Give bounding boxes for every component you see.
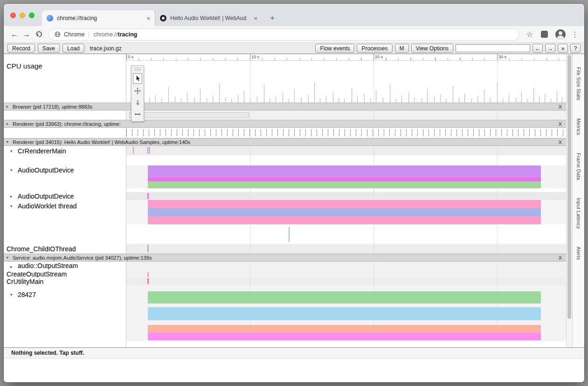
collapse-arrow[interactable]: ▾ [7, 255, 11, 260]
ruler-label-spacer [4, 54, 126, 61]
close-track-button[interactable]: X [559, 139, 562, 145]
tab-tracing[interactable]: chrome://tracing × [42, 10, 155, 26]
close-track-button[interactable]: X [559, 121, 562, 127]
tab-frame-data[interactable]: Frame Data [576, 153, 581, 180]
view-options-button[interactable]: View Options [411, 44, 453, 53]
navigation-bar: ← → Chrome chrome://tracing ☆ ⋮ [4, 26, 584, 43]
zoom-window-button[interactable] [29, 13, 35, 18]
tab-input-latency[interactable]: Input Latency [576, 198, 581, 229]
flow-events-button[interactable]: Flow events [315, 44, 354, 53]
find-previous-button[interactable]: ← [533, 44, 543, 53]
vertical-scrollbar[interactable] [566, 54, 572, 347]
navbar-right-icons: ☆ ⋮ [524, 29, 580, 40]
omnibox-divider [89, 31, 89, 38]
close-window-button[interactable] [10, 13, 16, 18]
tab-favicon-tracing [47, 15, 53, 21]
tab-close-icon[interactable]: × [254, 15, 257, 22]
timing-tool-button[interactable] [133, 110, 142, 118]
menu-icon[interactable]: ⋮ [570, 30, 580, 39]
find-next-button[interactable]: → [545, 44, 555, 53]
collapse-arrow[interactable]: ▾ [10, 149, 16, 153]
search-input[interactable] [456, 44, 530, 52]
forward-button[interactable]: → [21, 28, 33, 41]
expand-arrow[interactable]: ▸ [10, 263, 16, 270]
thread-track-28427[interactable] [126, 285, 566, 341]
tab-title: chrome://tracing [57, 15, 144, 21]
bookmark-star-icon[interactable]: ☆ [524, 30, 535, 39]
process-header-renderer-tracing[interactable]: ▸ Renderer (pid 33963): chrome://tracing… [4, 120, 566, 128]
expand-arrow[interactable]: ▸ [7, 122, 11, 126]
empty-track[interactable] [126, 224, 566, 244]
thread-label-childiothread: Chrome_ChildIOThread [4, 245, 76, 253]
tab-file-size-stats[interactable]: File Size Stats [576, 67, 581, 101]
load-button[interactable]: Load [62, 44, 84, 53]
expand-arrow[interactable]: ▸ [10, 194, 16, 199]
thread-track-crrenderermain[interactable] [126, 146, 566, 155]
back-button[interactable]: ← [8, 28, 21, 41]
collapse-arrow[interactable]: ▾ [7, 140, 11, 144]
new-tab-button[interactable]: + [266, 12, 279, 25]
close-track-button[interactable]: X [559, 104, 562, 110]
tab-title: Hello Audio Worklet! | WebAud [170, 15, 251, 21]
reload-button[interactable] [33, 28, 45, 41]
selection-tool-button[interactable] [133, 73, 142, 84]
expand-arrow[interactable]: ▸ [7, 104, 11, 109]
process-header-renderer-audio[interactable]: ▾ Renderer (pid 34015): Hello Audio Work… [4, 138, 566, 146]
process-header-label: Service: audio.mojom.AudioService (pid 3… [13, 255, 152, 261]
thread-track-outputstream[interactable] [126, 262, 566, 277]
tab-strip: chrome://tracing × Hello Audio Worklet! … [4, 4, 584, 26]
tool-palette-grip[interactable] [134, 68, 141, 72]
tab-audio-worklet[interactable]: Hello Audio Worklet! | WebAud × [155, 10, 262, 26]
close-track-button[interactable]: X [559, 255, 562, 261]
tab-metrics[interactable]: Metrics [576, 118, 581, 135]
more-button[interactable]: » [558, 44, 568, 53]
save-button[interactable]: Save [38, 44, 60, 53]
horizontal-arrow-icon [134, 111, 141, 117]
thread-track-audiooutputdevice-2[interactable] [126, 192, 566, 200]
ruler-row: 0 s10 s20 s30 s [4, 54, 566, 61]
process-header-browser[interactable]: ▸ Browser (pid 17218), uptime:9883s X [4, 103, 566, 110]
thread-track-crutilitymain[interactable] [126, 277, 566, 285]
reload-icon [35, 30, 43, 38]
tab-close-icon[interactable]: × [146, 15, 150, 22]
address-bar[interactable]: Chrome chrome://tracing [48, 28, 519, 41]
analysis-panel [4, 358, 584, 382]
record-button[interactable]: Record [7, 44, 35, 53]
metrics-button[interactable]: M [395, 44, 409, 53]
cpu-usage-track[interactable] [126, 61, 566, 103]
thread-track-childiothread[interactable] [126, 244, 566, 254]
collapse-arrow[interactable]: ▾ [10, 168, 16, 172]
toolbar-right-group: Flow events Processes M View Options ← →… [315, 44, 581, 53]
empty-track [126, 341, 566, 347]
tab-alerts[interactable]: Alerts [576, 247, 581, 260]
scrollbar-thumb[interactable] [567, 55, 571, 319]
cpu-usage-label: CPU usage [4, 62, 42, 70]
process-header-label: Renderer (pid 33963): chrome://tracing, … [13, 121, 121, 127]
thread-track-audioworklet[interactable] [126, 200, 566, 224]
collapse-arrow[interactable]: ▾ [10, 204, 16, 208]
spacer-row [4, 224, 566, 244]
pan-tool-button[interactable] [133, 85, 142, 96]
browser-track[interactable] [126, 110, 566, 120]
site-label: Chrome [64, 31, 84, 38]
thread-track-audiooutputdevice-1[interactable] [126, 165, 566, 188]
empty-track[interactable] [126, 188, 566, 192]
spacer-row [4, 188, 566, 192]
help-button[interactable]: ? [570, 44, 581, 53]
timeline-tracks: 0 s10 s20 s30 s CPU usage ▸ Browser (pid… [4, 54, 566, 347]
collapse-arrow[interactable]: ▾ [10, 292, 16, 297]
empty-track[interactable] [126, 155, 566, 165]
zoom-tool-button[interactable] [133, 97, 142, 108]
profile-avatar[interactable] [555, 29, 566, 40]
extension-icon[interactable] [541, 31, 548, 38]
thread-row-outputstream: ▸audio::OutputStream CreateOutputStream [4, 262, 566, 277]
process-header-audio-service[interactable]: ▾ Service: audio.mojom.AudioService (pid… [4, 254, 566, 262]
renderer-tracing-track[interactable] [126, 128, 566, 138]
processes-button[interactable]: Processes [357, 44, 392, 53]
timeline-ruler[interactable]: 0 s10 s20 s30 s [126, 54, 566, 61]
minimize-window-button[interactable] [20, 13, 25, 18]
side-panel-tabs: File Size Stats Metrics Frame Data Input… [572, 54, 584, 347]
tool-palette[interactable] [131, 65, 144, 122]
thread-label-crutilitymain: CrUtilityMain [4, 278, 43, 285]
thread-label-audioworklet: ▾ AudioWorklet thread [4, 202, 77, 210]
